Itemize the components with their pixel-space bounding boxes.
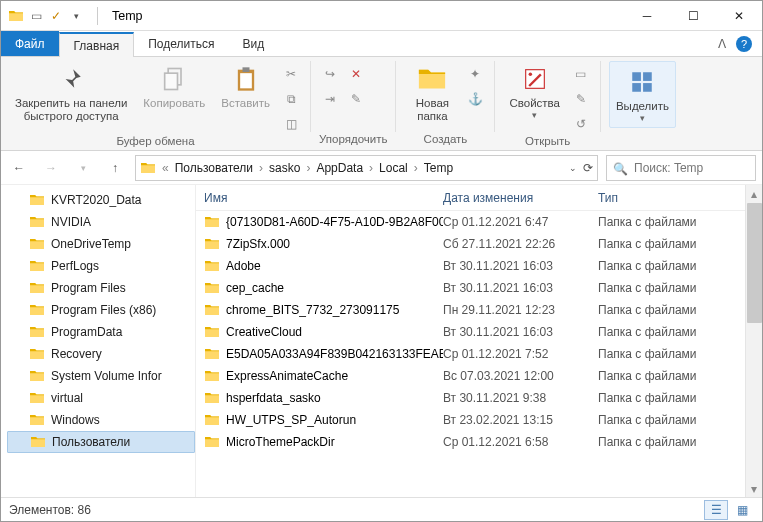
file-name: hsperfdata_sasko xyxy=(226,391,321,405)
rename-icon[interactable]: ✎ xyxy=(345,88,367,110)
address-dropdown-icon[interactable]: ⌄ xyxy=(569,163,577,173)
tree-node[interactable]: OneDriveTemp xyxy=(7,233,195,255)
qat-dropdown-icon[interactable]: ▾ xyxy=(67,7,85,25)
file-rows[interactable]: {07130D81-A60D-4F75-A10D-9B2A8F00D...Ср … xyxy=(196,211,745,497)
search-input[interactable]: 🔍 Поиск: Temp xyxy=(606,155,756,181)
edit-icon[interactable]: ✎ xyxy=(570,88,592,110)
search-placeholder: Поиск: Temp xyxy=(634,161,703,175)
crumb-1[interactable]: sasko xyxy=(265,161,304,175)
file-row[interactable]: AdobeВт 30.11.2021 16:03Папка с файлами xyxy=(196,255,745,277)
copy-to-icon[interactable]: ⇥ xyxy=(319,88,341,110)
column-headers[interactable]: Имя Дата изменения Тип xyxy=(196,185,745,211)
pin-button[interactable]: Закрепить на панели быстрого доступа xyxy=(9,61,133,125)
file-name: Adobe xyxy=(226,259,261,273)
cut-icon[interactable]: ✂ xyxy=(280,63,302,85)
col-date[interactable]: Дата изменения xyxy=(443,191,598,205)
svg-rect-4 xyxy=(242,67,249,72)
open-icon[interactable]: ▭ xyxy=(570,63,592,85)
qat-select-icon[interactable]: ✓ xyxy=(47,7,65,25)
up-button[interactable]: ↑ xyxy=(103,156,127,180)
tree-node[interactable]: Program Files xyxy=(7,277,195,299)
folder-icon xyxy=(29,390,45,406)
copy-button[interactable]: Копировать xyxy=(137,61,211,112)
tree-label: PerfLogs xyxy=(51,259,99,273)
file-row[interactable]: 7ZipSfx.000Сб 27.11.2021 22:26Папка с фа… xyxy=(196,233,745,255)
move-to-icon[interactable]: ↪ xyxy=(319,63,341,85)
file-row[interactable]: CreativeCloudВт 30.11.2021 16:03Папка с … xyxy=(196,321,745,343)
crumb-3[interactable]: Local xyxy=(375,161,412,175)
scroll-down-icon[interactable]: ▾ xyxy=(746,480,762,497)
tree-node[interactable]: Program Files (x86) xyxy=(7,299,195,321)
new-item-icon[interactable]: ✦ xyxy=(464,63,486,85)
breadcrumb[interactable]: « Пользователи › sasko › AppData › Local… xyxy=(135,155,598,181)
file-row[interactable]: hsperfdata_saskoВт 30.11.2021 9:38Папка … xyxy=(196,387,745,409)
tree-node[interactable]: virtual xyxy=(7,387,195,409)
tree-node[interactable]: KVRT2020_Data xyxy=(7,189,195,211)
easy-access-icon[interactable]: ⚓ xyxy=(464,88,486,110)
file-row[interactable]: ExpressAnimateCacheВс 07.03.2021 12:00Па… xyxy=(196,365,745,387)
copy-path-icon[interactable]: ⧉ xyxy=(280,88,302,110)
file-row[interactable]: MicroThemePackDirСр 01.12.2021 6:58Папка… xyxy=(196,431,745,453)
file-row[interactable]: cep_cacheВт 30.11.2021 16:03Папка с файл… xyxy=(196,277,745,299)
back-button[interactable]: ← xyxy=(7,156,31,180)
chevron-icon[interactable]: › xyxy=(304,161,312,175)
tree-node[interactable]: PerfLogs xyxy=(7,255,195,277)
qat-properties-icon[interactable]: ▭ xyxy=(27,7,45,25)
file-row[interactable]: chrome_BITS_7732_273091175Пн 29.11.2021 … xyxy=(196,299,745,321)
file-name: cep_cache xyxy=(226,281,284,295)
tab-share[interactable]: Поделиться xyxy=(134,31,228,56)
paste-button[interactable]: Вставить xyxy=(215,61,276,112)
forward-button[interactable]: → xyxy=(39,156,63,180)
chevron-icon[interactable]: › xyxy=(412,161,420,175)
scrollbar[interactable]: ▴ ▾ xyxy=(745,185,762,497)
chevron-icon[interactable]: › xyxy=(257,161,265,175)
new-folder-button[interactable]: Новая папка xyxy=(404,61,460,125)
scroll-thumb[interactable] xyxy=(747,203,762,323)
crumb-2[interactable]: AppData xyxy=(312,161,367,175)
file-type: Папка с файлами xyxy=(598,413,745,427)
file-row[interactable]: HW_UTPS_SP_AutorunВт 23.02.2021 13:15Пап… xyxy=(196,409,745,431)
chevron-icon[interactable]: › xyxy=(367,161,375,175)
folder-icon xyxy=(204,324,220,340)
paste-shortcut-icon[interactable]: ◫ xyxy=(280,113,302,135)
minimize-button[interactable]: ─ xyxy=(624,1,670,31)
history-icon[interactable]: ↺ xyxy=(570,113,592,135)
select-button[interactable]: Выделить ▾ xyxy=(609,61,676,128)
scroll-up-icon[interactable]: ▴ xyxy=(746,185,762,202)
maximize-button[interactable]: ☐ xyxy=(670,1,716,31)
file-date: Вс 07.03.2021 12:00 xyxy=(443,369,598,383)
file-row[interactable]: E5DA05A033A94F839B042163133FEAB1Ср 01.12… xyxy=(196,343,745,365)
folder-icon xyxy=(29,368,45,384)
nav-tree[interactable]: KVRT2020_DataNVIDIAOneDriveTempPerfLogsP… xyxy=(1,185,196,497)
tab-home[interactable]: Главная xyxy=(59,32,135,57)
icons-view-button[interactable]: ▦ xyxy=(730,500,754,520)
file-date: Ср 01.12.2021 6:58 xyxy=(443,435,598,449)
refresh-icon[interactable]: ⟳ xyxy=(583,161,593,175)
tree-node[interactable]: System Volume Infor xyxy=(7,365,195,387)
file-row[interactable]: {07130D81-A60D-4F75-A10D-9B2A8F00D...Ср … xyxy=(196,211,745,233)
col-name[interactable]: Имя xyxy=(196,191,443,205)
chevron-icon[interactable]: « xyxy=(160,161,171,175)
crumb-4[interactable]: Temp xyxy=(420,161,457,175)
details-view-button[interactable]: ☰ xyxy=(704,500,728,520)
tab-view[interactable]: Вид xyxy=(228,31,278,56)
tree-node[interactable]: Recovery xyxy=(7,343,195,365)
ribbon-collapse-icon[interactable]: ᐱ xyxy=(718,37,726,51)
tree-node[interactable]: ProgramData xyxy=(7,321,195,343)
file-type: Папка с файлами xyxy=(598,369,745,383)
recent-dropdown[interactable]: ▾ xyxy=(71,156,95,180)
tree-node[interactable]: Windows xyxy=(7,409,195,431)
folder-icon xyxy=(204,214,220,230)
file-name: ExpressAnimateCache xyxy=(226,369,348,383)
new-folder-icon xyxy=(416,63,448,95)
crumb-0[interactable]: Пользователи xyxy=(171,161,257,175)
properties-button[interactable]: Свойства ▾ xyxy=(503,61,566,122)
delete-icon[interactable]: ✕ xyxy=(345,63,367,85)
tab-file[interactable]: Файл xyxy=(1,31,59,56)
tree-label: OneDriveTemp xyxy=(51,237,131,251)
help-icon[interactable]: ? xyxy=(736,36,752,52)
tree-node[interactable]: Пользователи xyxy=(7,431,195,453)
col-type[interactable]: Тип xyxy=(598,191,745,205)
tree-node[interactable]: NVIDIA xyxy=(7,211,195,233)
close-button[interactable]: ✕ xyxy=(716,1,762,31)
